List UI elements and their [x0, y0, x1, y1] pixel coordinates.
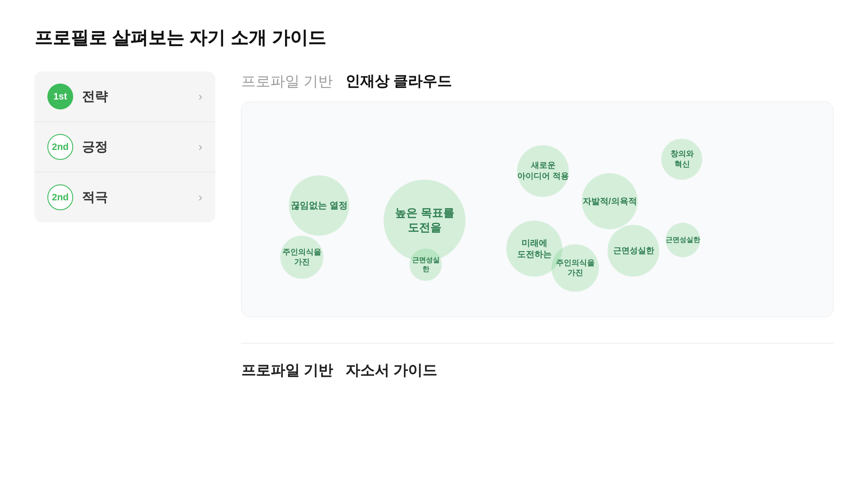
bubble-b11: 주인의식을가진: [552, 244, 599, 292]
bubble-b5: 창의와혁신: [661, 139, 702, 180]
chevron-icon-positive: ›: [198, 140, 202, 154]
bubble-b7: 근면성실한: [608, 225, 659, 277]
chevron-icon-active: ›: [198, 190, 202, 204]
bubble-b3: 새로운아이디어 적용: [517, 145, 569, 197]
left-panel: 1st 전략 › 2nd 긍정 › 2nd 적극 ›: [34, 72, 215, 222]
right-panel: 프로파일 기반 인재상 클라우드 높은 목표를도전을끊임없는 열정새로운아이디어…: [241, 72, 834, 380]
cloud-section-title: 프로파일 기반 인재상 클라우드: [241, 72, 834, 91]
bubble-b10: 근면성실한: [409, 249, 442, 281]
chevron-icon-strategy: ›: [198, 90, 202, 103]
badge-1st-active: 1st: [47, 84, 73, 109]
list-item-positive[interactable]: 2nd 긍정 ›: [34, 122, 215, 172]
bubble-b4: 자발적/의욕적: [582, 173, 638, 229]
content-area: 1st 전략 › 2nd 긍정 › 2nd 적극 › 프로파일 기반 인재상: [34, 72, 834, 380]
list-item-strategy[interactable]: 1st 전략 ›: [34, 72, 215, 122]
bubble-b8: 근면성실한: [666, 223, 700, 257]
item-label-strategy: 전략: [82, 88, 190, 106]
bubble-b9: 주인의식을가진: [280, 236, 323, 279]
item-label-positive: 긍정: [82, 138, 190, 156]
badge-2nd-2: 2nd: [47, 184, 73, 210]
list-item-active[interactable]: 2nd 적극 ›: [34, 172, 215, 222]
bubble-b2: 끊임없는 열정: [289, 175, 349, 236]
item-label-active-person: 적극: [82, 189, 190, 206]
badge-2nd-1: 2nd: [47, 134, 73, 160]
page-title: 프로필로 살펴보는 자기 소개 가이드: [34, 26, 834, 50]
guide-section-title: 프로파일 기반 자소서 가이드: [241, 361, 834, 380]
section-divider: [241, 343, 834, 343]
bubble-cloud-container: 높은 목표를도전을끊임없는 열정새로운아이디어 적용자발적/의욕적창의와혁신미래…: [241, 102, 834, 317]
